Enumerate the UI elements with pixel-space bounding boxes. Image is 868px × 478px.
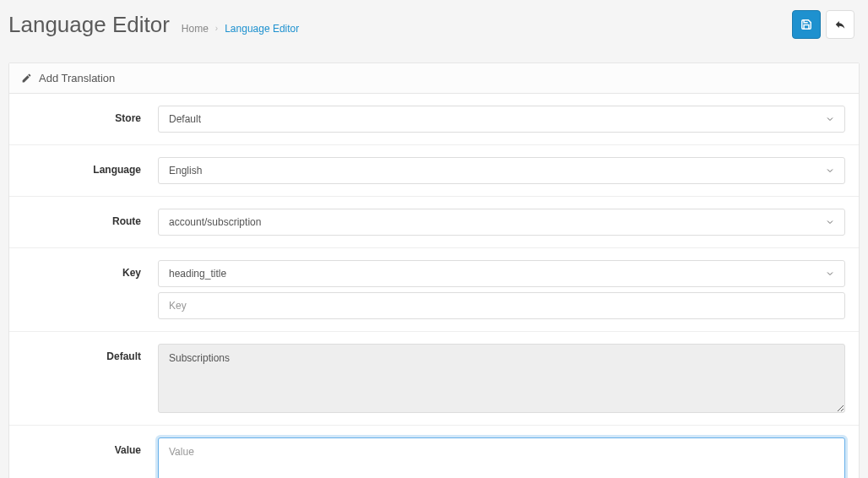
panel-title: Add Translation xyxy=(39,72,115,84)
save-button[interactable] xyxy=(792,10,821,39)
row-language: Language English xyxy=(9,145,859,197)
save-icon xyxy=(800,19,812,30)
row-key: Key heading_title xyxy=(9,248,859,332)
label-store: Store xyxy=(23,106,158,124)
back-button[interactable] xyxy=(826,10,854,39)
panel-heading: Add Translation xyxy=(9,63,859,94)
reply-icon xyxy=(834,19,846,30)
label-key: Key xyxy=(23,260,158,279)
language-select[interactable]: English xyxy=(158,157,845,184)
row-value: Value xyxy=(9,426,859,478)
label-route: Route xyxy=(23,209,158,227)
key-input[interactable] xyxy=(158,292,845,319)
default-textarea xyxy=(158,344,845,413)
row-store: Store Default xyxy=(9,94,859,145)
breadcrumb-current[interactable]: Language Editor xyxy=(225,23,299,35)
store-select[interactable]: Default xyxy=(158,106,845,133)
pencil-icon xyxy=(21,73,32,84)
header-actions xyxy=(792,10,854,39)
label-default: Default xyxy=(23,344,158,362)
label-value: Value xyxy=(23,437,158,456)
form-panel: Add Translation Store Default Language xyxy=(8,62,860,478)
header-left: Language Editor Home › Language Editor xyxy=(8,12,299,38)
page-header: Language Editor Home › Language Editor xyxy=(0,0,868,56)
label-language: Language xyxy=(23,157,158,176)
page-title: Language Editor xyxy=(8,12,170,38)
breadcrumb-home[interactable]: Home xyxy=(182,23,209,35)
row-route: Route account/subscription xyxy=(9,197,859,248)
panel-body: Store Default Language English xyxy=(9,94,859,478)
key-select[interactable]: heading_title xyxy=(158,260,845,287)
row-default: Default xyxy=(9,332,859,426)
breadcrumb: Home › Language Editor xyxy=(182,23,299,35)
value-textarea[interactable] xyxy=(158,437,845,478)
route-select[interactable]: account/subscription xyxy=(158,209,845,236)
chevron-right-icon: › xyxy=(215,24,218,33)
